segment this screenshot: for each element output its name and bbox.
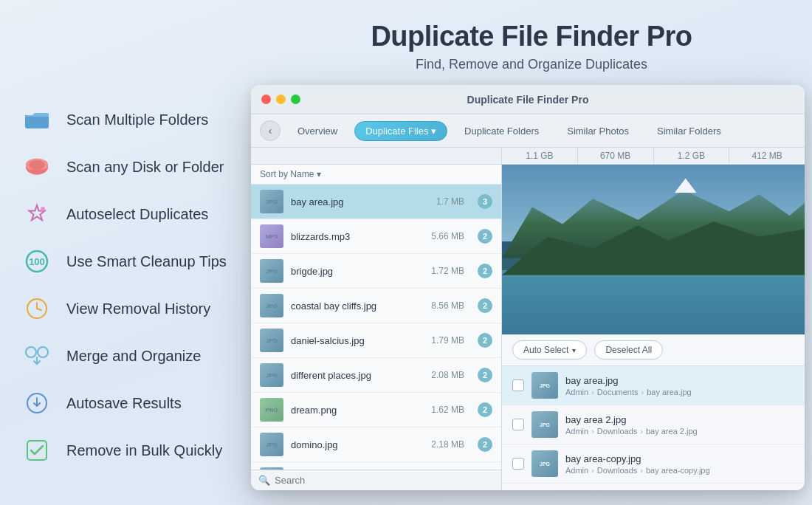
feature-item-autosave[interactable]: Autosave Results [15,379,244,427]
preview-image [502,165,805,334]
dup-subpath-0: Documents [597,388,639,396]
dup-filename-1: bay area 2.jpg [565,414,794,425]
dup-thumb-2: JPG [531,450,558,477]
header-section: Duplicate File Finder Pro Find, Remove a… [251,21,812,72]
water [502,270,805,334]
path-arrow-1: › [591,427,594,436]
search-input[interactable] [275,475,494,486]
sort-row[interactable]: Sort by Name ▾ [251,165,501,185]
path-arrow2-0: › [641,388,644,396]
svg-text:100: 100 [29,256,45,267]
tab-overview[interactable]: Overview [286,121,348,141]
file-item-8[interactable]: JPGelectric light.jpg4.04 MB2 [251,462,501,470]
tab-similar-folders[interactable]: Similar Folders [646,121,732,141]
feature-label-smart-cleanup: Use Smart Cleanup Tips [66,253,227,270]
minimize-button[interactable] [276,95,286,104]
dup-checkbox-1[interactable] [512,419,524,430]
file-list: JPGbay area.jpg1.7 MB3MP3blizzards.mp35.… [251,185,501,470]
file-badge-5: 2 [478,368,492,382]
size-cell-3: 412 MB [729,148,805,164]
svg-point-4 [29,160,44,169]
file-item-6[interactable]: PNGdream.png1.62 MB2 [251,393,501,427]
app-window: Duplicate File Finder Pro ‹ OverviewDupl… [251,85,805,490]
file-size-0: 1.7 MB [436,196,464,207]
dup-info-1: bay area 2.jpgAdmin›Downloads›bay area 2… [565,414,794,436]
feature-item-scan-multiple[interactable]: Scan Multiple Folders [15,96,244,143]
file-thumb-1: MP3 [260,224,283,248]
sizes-row: 1.1 GB670 MB1.2 GB412 MB [251,148,805,165]
feature-label-remove-bulk: Remove in Bulk Quickly [66,442,222,459]
dup-file-0: bay area.jpg [647,388,692,396]
file-name-5: different places.jpg [291,370,424,381]
feature-item-merge-organize[interactable]: Merge and Organize [15,332,244,379]
back-button[interactable]: ‹ [260,120,281,141]
file-thumb-4: JPG [260,329,283,352]
file-item-0[interactable]: JPGbay area.jpg1.7 MB3 [251,185,501,219]
file-size-7: 2.18 MB [431,439,464,450]
close-button[interactable] [261,95,271,104]
file-name-6: dream.png [291,405,424,416]
svg-line-11 [37,309,41,310]
feature-label-merge-organize: Merge and Organize [66,348,201,365]
path-arrow2-1: › [640,427,643,436]
file-badge-4: 2 [478,333,492,348]
dup-path-2: Admin›Downloads›bay area-copy.jpg [565,466,794,475]
feature-item-scan-disk[interactable]: Scan any Disk or Folder [15,143,244,190]
dup-subpath-2: Downloads [597,466,637,475]
file-item-2[interactable]: JPGbrigde.jpg1.72 MB2 [251,254,501,289]
tab-duplicate-files[interactable]: Duplicate Files ▾ [354,121,447,141]
file-badge-6: 2 [478,402,492,417]
file-item-7[interactable]: JPGdomino.jpg2.18 MB2 [251,427,501,462]
toolbar: ‹ OverviewDuplicate Files ▾Duplicate Fol… [251,114,805,148]
file-item-1[interactable]: MP3blizzards.mp35.66 MB2 [251,219,501,254]
svg-rect-5 [29,170,44,172]
search-icon: 🔍 [258,475,270,486]
file-item-4[interactable]: JPGdaniel-salcius.jpg1.79 MB2 [251,323,501,358]
auto-select-button[interactable]: Auto Select ▾ [512,340,587,360]
download-circle-icon [21,387,53,419]
svg-point-12 [26,347,36,357]
duplicate-list: JPGbay area.jpgAdmin›Documents›bay area.… [502,366,805,490]
search-bar: 🔍 [251,470,501,490]
deselect-all-button[interactable]: Deselect All [594,340,663,360]
dup-checkbox-2[interactable] [512,458,524,470]
file-thumb-2: JPG [260,259,283,283]
chevron-icon: ▾ [572,346,576,354]
checkbox-icon [21,434,53,467]
dup-subpath-1: Downloads [597,427,637,436]
dup-filename-2: bay area-copy.jpg [565,453,794,464]
dup-item-1: JPGbay area 2.jpgAdmin›Downloads›bay are… [502,405,805,444]
dup-info-2: bay area-copy.jpgAdmin›Downloads›bay are… [565,453,794,475]
file-item-5[interactable]: JPGdifferent places.jpg2.08 MB2 [251,358,501,393]
path-arrow-0: › [591,388,594,396]
star-icon [21,198,53,230]
action-row: Auto Select ▾ Deselect All [502,334,805,366]
app-subtitle: Find, Remove and Organize Duplicates [251,57,812,72]
file-badge-3: 2 [478,298,492,313]
dup-filename-0: bay area.jpg [565,375,794,386]
disk-icon [21,151,53,183]
path-arrow2-2: › [640,466,643,475]
feature-item-autoselect[interactable]: Autoselect Duplicates [15,190,244,238]
file-item-3[interactable]: JPGcoastal bay cliffs.jpg8.56 MB2 [251,289,501,323]
traffic-lights [261,95,300,104]
file-name-4: daniel-salcius.jpg [291,335,424,346]
tab-similar-photos[interactable]: Similar Photos [556,121,640,141]
svg-rect-0 [25,115,49,128]
dup-thumb-0: JPG [531,372,558,399]
feature-label-autosave: Autosave Results [66,395,182,412]
maximize-button[interactable] [291,95,300,104]
size-cell-2: 1.2 GB [654,148,730,164]
dup-checkbox-0[interactable] [512,379,524,391]
feature-label-removal-history: View Removal History [66,300,210,317]
feature-item-remove-bulk[interactable]: Remove in Bulk Quickly [15,427,244,474]
file-name-3: coastal bay cliffs.jpg [291,300,424,312]
folder-icon [21,103,53,136]
feature-item-removal-history[interactable]: View Removal History [15,285,244,332]
feature-item-smart-cleanup[interactable]: 100Use Smart Cleanup Tips [15,238,244,285]
dup-file-1: bay area 2.jpg [646,427,698,436]
tab-duplicate-folders[interactable]: Duplicate Folders [453,121,550,141]
app-title: Duplicate File Finder Pro [251,21,812,52]
file-thumb-6: PNG [260,398,283,422]
file-name-7: domino.jpg [291,439,424,450]
